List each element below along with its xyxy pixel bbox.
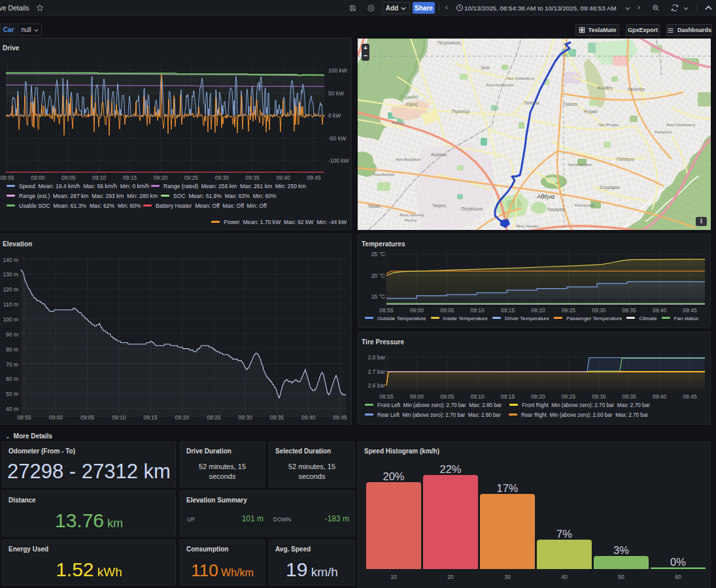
svg-text:09:15: 09:15 xyxy=(501,393,515,400)
svg-text:Γαλάτσι: Γαλάτσι xyxy=(563,102,578,106)
svg-text:09:35: 09:35 xyxy=(246,174,260,181)
svg-text:25 °C: 25 °C xyxy=(371,251,385,257)
svg-text:17%: 17% xyxy=(496,482,518,494)
svg-text:09:30: 09:30 xyxy=(592,307,606,314)
svg-text:Παγκράτι: Παγκράτι xyxy=(547,207,565,212)
svg-text:09:10: 09:10 xyxy=(471,393,485,400)
svg-text:Παπάγου: Παπάγου xyxy=(617,157,634,162)
svg-text:20 °C: 20 °C xyxy=(371,272,385,279)
svg-text:Χαϊδάρι: Χαϊδάρι xyxy=(392,121,405,125)
svg-text:Κορυδαλλός: Κορυδαλλός xyxy=(373,172,395,176)
svg-text:09:45: 09:45 xyxy=(683,307,697,314)
svg-text:Αγία Βαρβάρα: Αγία Βαρβάρα xyxy=(396,157,421,161)
svg-text:Νέος Κόσμος: Νέος Κόσμος xyxy=(516,224,539,228)
svg-text:Ταύρος: Ταύρος xyxy=(432,203,446,208)
svg-text:09:05: 09:05 xyxy=(440,307,454,314)
svg-text:08:55: 08:55 xyxy=(379,393,394,400)
svg-text:09:40: 09:40 xyxy=(653,307,667,314)
svg-text:0%: 0% xyxy=(670,556,686,568)
svg-text:Ποικίλο: Ποικίλο xyxy=(402,93,418,101)
svg-text:09:20: 09:20 xyxy=(175,414,190,421)
svg-text:09:45: 09:45 xyxy=(683,393,697,400)
svg-text:Χαλάνδρι: Χαλάνδρι xyxy=(627,87,645,92)
svg-text:50: 50 xyxy=(618,574,624,580)
svg-text:09:35: 09:35 xyxy=(270,414,284,421)
svg-text:22%: 22% xyxy=(439,463,461,475)
svg-text:09:05: 09:05 xyxy=(61,174,76,181)
svg-text:09:35: 09:35 xyxy=(622,307,637,314)
svg-text:110 m: 110 m xyxy=(3,301,18,308)
svg-text:09:10: 09:10 xyxy=(92,174,107,181)
svg-text:08:55: 08:55 xyxy=(379,307,394,314)
svg-text:-50 kW: -50 kW xyxy=(328,135,346,142)
svg-text:10: 10 xyxy=(390,574,397,580)
svg-text:Άγιος Ιωάννης: Άγιος Ιωάννης xyxy=(400,213,424,217)
svg-text:09:00: 09:00 xyxy=(49,414,63,421)
svg-text:09:25: 09:25 xyxy=(562,393,576,400)
svg-text:Νίκαια: Νίκαια xyxy=(368,204,381,208)
svg-text:50 kW: 50 kW xyxy=(328,90,344,97)
svg-text:80 m: 80 m xyxy=(6,346,18,353)
svg-text:09:15: 09:15 xyxy=(501,307,515,314)
svg-text:-100 kW: -100 kW xyxy=(328,157,349,164)
svg-text:09:00: 09:00 xyxy=(31,174,45,181)
svg-text:Πετρούπολη: Πετρούπολη xyxy=(437,41,461,46)
svg-text:09:45: 09:45 xyxy=(307,174,321,181)
svg-text:09:05: 09:05 xyxy=(80,414,95,421)
svg-text:120 m: 120 m xyxy=(3,286,18,293)
svg-text:09:20: 09:20 xyxy=(531,393,545,400)
svg-text:130 m: 130 m xyxy=(3,271,18,278)
svg-text:Άγιοι Ανάργυροι: Άγιοι Ανάργυροι xyxy=(486,83,514,87)
svg-text:Ίλιον: Ίλιον xyxy=(480,65,490,70)
svg-text:20: 20 xyxy=(447,574,454,580)
svg-text:Αγία Παρασκευή: Αγία Παρασκευή xyxy=(666,123,695,127)
svg-text:09:40: 09:40 xyxy=(301,414,316,421)
svg-text:0 kW: 0 kW xyxy=(328,112,341,119)
svg-text:140 m: 140 m xyxy=(3,257,18,263)
svg-text:Ψυχικό: Ψυχικό xyxy=(584,109,598,114)
svg-text:09:10: 09:10 xyxy=(112,414,126,421)
svg-text:Όρος: Όρος xyxy=(405,101,418,107)
svg-text:09:45: 09:45 xyxy=(333,414,347,421)
svg-text:70 m: 70 m xyxy=(6,361,18,368)
svg-text:20%: 20% xyxy=(383,470,404,482)
svg-text:09:20: 09:20 xyxy=(531,307,545,314)
svg-text:09:25: 09:25 xyxy=(184,174,199,181)
svg-text:15 °C: 15 °C xyxy=(371,293,385,300)
svg-text:2.6 bar: 2.6 bar xyxy=(368,382,386,389)
svg-text:09:40: 09:40 xyxy=(276,174,290,181)
svg-text:60 m: 60 m xyxy=(6,376,18,382)
svg-text:90 m: 90 m xyxy=(6,331,18,338)
svg-text:100 kW: 100 kW xyxy=(328,67,347,74)
svg-text:40: 40 xyxy=(561,574,568,580)
svg-text:Καισαριανή: Καισαριανή xyxy=(575,203,594,207)
svg-text:09:35: 09:35 xyxy=(622,393,637,400)
svg-text:08:55: 08:55 xyxy=(0,174,14,181)
svg-text:09:30: 09:30 xyxy=(238,414,252,421)
svg-text:Χολαργός: Χολαργός xyxy=(655,130,672,134)
svg-text:100 m: 100 m xyxy=(3,316,18,323)
svg-text:2.7 bar: 2.7 bar xyxy=(368,368,386,375)
svg-text:09:15: 09:15 xyxy=(144,414,158,421)
svg-text:09:00: 09:00 xyxy=(410,393,424,400)
svg-text:60: 60 xyxy=(675,574,681,580)
svg-text:08:55: 08:55 xyxy=(17,414,31,421)
svg-text:Φιλοθέη: Φιλοθέη xyxy=(597,86,613,91)
svg-text:50 m: 50 m xyxy=(6,391,18,397)
svg-text:09:30: 09:30 xyxy=(592,393,606,400)
svg-text:3%: 3% xyxy=(613,544,629,556)
svg-text:40 m: 40 m xyxy=(6,406,18,412)
svg-text:09:25: 09:25 xyxy=(207,414,221,421)
svg-text:Νέο Ψυχικό: Νέο Ψυχικό xyxy=(598,123,619,127)
svg-text:09:15: 09:15 xyxy=(123,174,137,181)
svg-text:09:05: 09:05 xyxy=(440,393,454,400)
svg-text:Ρέντης: Ρέντης xyxy=(405,218,417,222)
svg-text:Ζωγράφου: Ζωγράφου xyxy=(600,185,621,190)
svg-text:Αμπελόκηποι: Αμπελόκηποι xyxy=(568,163,592,167)
svg-text:7%: 7% xyxy=(556,528,572,540)
svg-text:Νέα Χαλκηδόνα: Νέα Χαλκηδόνα xyxy=(507,76,535,80)
svg-text:30: 30 xyxy=(504,574,511,580)
svg-text:Πετράλωνα: Πετράλωνα xyxy=(461,206,483,212)
svg-text:09:20: 09:20 xyxy=(154,174,168,181)
svg-text:Αθήνα: Αθήνα xyxy=(537,193,555,200)
